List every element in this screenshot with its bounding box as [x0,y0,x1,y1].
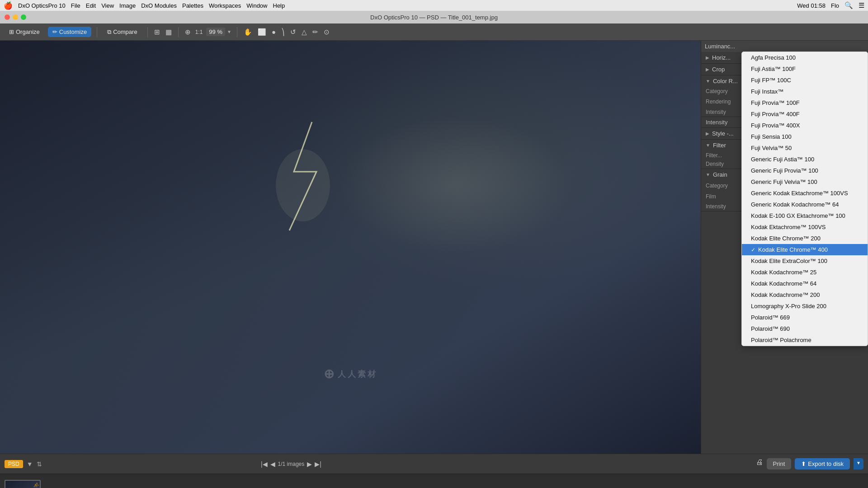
main-area: ⊕ 人人素材 Luminanc... ▶ Horiz... ▶ Crop ✕ ▼… [0,41,868,454]
selected-item-label: Kodak Elite Chrome™ 400 [758,246,828,253]
dropdown-item-generic-fuji-astia[interactable]: Generic Fuji Astia™ 100 [742,154,868,165]
title-bar: DxO OpticsPro 10 — PSD — Title_001_temp.… [0,11,868,23]
filter-expand-icon[interactable]: ▼ [706,143,710,148]
horizon-collapse-icon[interactable]: ▶ [706,55,709,60]
apple-logo[interactable]: 🍎 [4,1,13,10]
view-icon[interactable]: ⊞ [154,28,160,36]
dropdown-item-fuji-provia-100f[interactable]: Fuji Provia™ 100F [742,97,868,108]
menu-view[interactable]: View [101,2,114,9]
horizon-tool-icon[interactable]: ⎞ [281,28,285,36]
luminance-section-header[interactable]: Luminanc... [701,41,868,52]
toolbar-separator-2 [147,27,148,37]
dropdown-item-fuji-velvia[interactable]: Fuji Velvia™ 50 [742,142,868,154]
svg-rect-0 [0,41,701,454]
dropdown-item-polaroid-690[interactable]: Polaroid™ 690 [742,323,868,334]
menu-help[interactable]: Help [273,2,285,9]
dropdown-item-fuji-instax[interactable]: Fuji Instax™ [742,86,868,97]
last-image-button[interactable]: ▶| [315,460,321,468]
sort-icon[interactable]: ⇅ [37,460,42,468]
canvas-area[interactable]: ⊕ 人人素材 [0,41,701,454]
toolbar: ⊞ Organize ✏ Customize ⧉ Compare ⊞ ▦ ⊕ 1… [0,23,868,41]
filter-icon[interactable]: ▼ [27,460,33,468]
action-buttons: 🖨 Print ⬆ Export to disk ▼ [756,458,863,469]
style-label: Style -... [712,130,734,137]
dropdown-item-kodak-e100[interactable]: Kodak E-100 GX Ektachrome™ 100 [742,210,868,221]
search-icon[interactable]: 🔍 [844,1,853,9]
menu-palettes[interactable]: Palettes [182,2,203,9]
minimize-window-button[interactable] [13,14,18,20]
paint-tool-icon[interactable]: ✏ [312,28,318,36]
dropdown-item-kodak-kodachrome-64[interactable]: Kodak Kodachrome™ 64 [742,278,868,289]
layout-icon[interactable]: ▦ [165,28,172,36]
menu-dxo[interactable]: DxO OpticsPro 10 [18,2,66,9]
dropdown-item-fuji-astia[interactable]: Fuji Astia™ 100F [742,63,868,75]
thumbnail-item[interactable]: ⚠ Title_...mp.jpg [5,480,41,488]
export-dropdown-arrow[interactable]: ▼ [854,458,863,469]
prev-image-button[interactable]: ◀ [270,460,275,468]
rendering-label: Rendering [706,99,742,105]
dropdown-item-fuji-fp[interactable]: Fuji FP™ 100C [742,75,868,86]
customize-label: Customize [59,28,87,35]
dropdown-item-agfa[interactable]: Agfa Precisa 100 [742,52,868,63]
export-button[interactable]: ⬆ Export to disk [795,458,850,469]
thumbnail-preview: ⚠ [5,481,41,488]
zoom-chevron-icon[interactable]: ▼ [227,29,231,34]
grain-category-label: Category [706,183,742,189]
zoom-1-1[interactable]: 1:1 [195,29,203,35]
style-expand-icon[interactable]: ▶ [706,131,709,136]
customize-button[interactable]: ✏ Customize [48,27,91,37]
menu-workspaces[interactable]: Workspaces [209,2,241,9]
zoom-value[interactable]: 99 % [206,28,225,36]
perspective-tool-icon[interactable]: △ [302,28,307,36]
hand-tool-icon[interactable]: ✋ [244,28,252,36]
target-tool-icon[interactable]: ⊙ [324,28,330,36]
menu-edit[interactable]: Edit [86,2,96,9]
dropdown-item-generic-fuji-provia[interactable]: Generic Fuji Provia™ 100 [742,165,868,176]
print-button[interactable]: Print [767,458,792,469]
toolbar-separator-4 [237,27,237,37]
dropdown-item-fuji-provia-400f[interactable]: Fuji Provia™ 400F [742,108,868,120]
organize-button[interactable]: ⊞ Organize [5,27,44,37]
grain-expand-icon[interactable]: ▼ [706,172,710,177]
color-rendering-label: Color R... [713,78,738,84]
color-rendering-expand-icon[interactable]: ▼ [706,79,710,84]
compare-button[interactable]: ⧉ Compare [103,27,142,38]
menu-icon[interactable]: ☰ [859,1,864,9]
dropdown-item-kodak-ektachrome-100vs[interactable]: Kodak Ektachrome™ 100VS [742,221,868,233]
fit-icon[interactable]: ⊕ [185,28,191,36]
maximize-window-button[interactable] [21,14,26,20]
folder-label[interactable]: PSD [5,460,23,468]
dropdown-item-polaroid-669[interactable]: Polaroid™ 669 [742,312,868,323]
crop-tool-icon[interactable]: ⬜ [258,28,266,36]
dropdown-item-kodak-elite-200[interactable]: Kodak Elite Chrome™ 200 [742,233,868,244]
first-image-button[interactable]: |◀ [261,460,268,468]
toolbar-separator-1 [97,27,97,37]
intensity-section-label: Intensity [706,119,727,126]
dropdown-item-kodak-kodachrome-25[interactable]: Kodak Kodachrome™ 25 [742,267,868,278]
svg-point-1 [276,149,330,221]
dropdown-item-generic-kodak-kodachrome[interactable]: Generic Kodak Kodachrome™ 64 [742,199,868,210]
dropdown-item-generic-kodak-ektachrome[interactable]: Generic Kodak Ektachrome™ 100VS [742,188,868,199]
dropdown-item-lomography[interactable]: Lomography X-Pro Slide 200 [742,300,868,312]
svg-text:⚠: ⚠ [33,483,38,488]
dropdown-item-fuji-sensia[interactable]: Fuji Sensia 100 [742,131,868,142]
horizon-label: Horiz... [712,54,731,61]
print-icon[interactable]: 🖨 [756,458,763,469]
dropdown-item-generic-fuji-velvia[interactable]: Generic Fuji Velvia™ 100 [742,176,868,188]
menu-file[interactable]: File [71,2,80,9]
dropdown-item-polaroid-polachrome[interactable]: Polaroid™ Polachrome [742,334,868,346]
close-window-button[interactable] [5,14,10,20]
window-title: DxO OpticsPro 10 — PSD — Title_001_temp.… [370,14,498,21]
dropdown-item-kodak-kodachrome-200[interactable]: Kodak Kodachrome™ 200 [742,289,868,300]
rotate-tool-icon[interactable]: ↺ [290,28,296,36]
menu-dxo-modules[interactable]: DxO Modules [141,2,177,9]
next-image-button[interactable]: ▶ [307,460,312,468]
retouch-tool-icon[interactable]: ● [272,28,276,36]
menu-window[interactable]: Window [246,2,267,9]
grid-icon: ⊞ [9,28,14,35]
dropdown-item-kodak-elite-extracolor[interactable]: Kodak Elite ExtraColor™ 100 [742,255,868,267]
menu-image[interactable]: Image [119,2,136,9]
crop-collapse-icon[interactable]: ▶ [706,67,709,72]
dropdown-item-kodak-elite-400[interactable]: ✓ Kodak Elite Chrome™ 400 [742,244,868,255]
dropdown-item-fuji-provia-400x[interactable]: Fuji Provia™ 400X [742,120,868,131]
